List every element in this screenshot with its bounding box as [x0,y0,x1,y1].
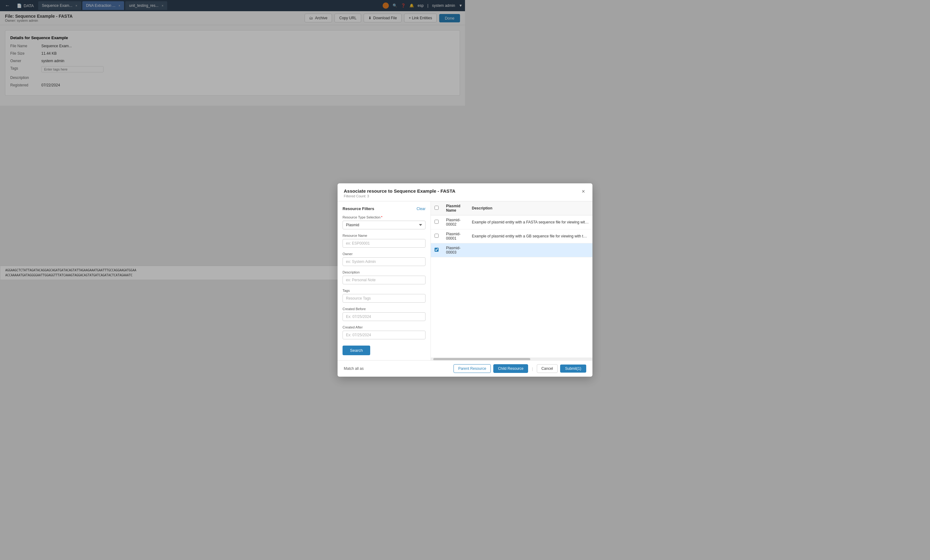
filter-header: Resource Filters Clear [343,206,425,211]
resource-name-label: Resource Name [343,234,425,237]
associate-resource-modal: Associate resource to Sequence Example -… [337,183,465,280]
resource-type-label: Resource Type Selection * [343,215,425,219]
owner-filter-label: Owner [343,252,425,256]
modal-body: Resource Filters Clear Resource Type Sel… [337,202,465,280]
filter-panel: Resource Filters Clear Resource Type Sel… [337,202,431,280]
results-table: Plasmid Name Description Plasmid-00002Ex… [431,202,465,280]
row-checkbox-2[interactable] [434,248,439,252]
row-checkbox-1[interactable] [434,234,439,238]
results-panel: Plasmid Name Description Plasmid-00002Ex… [431,202,465,280]
plasmid-table: Plasmid Name Description Plasmid-00002Ex… [431,202,465,257]
description-filter-group: Description [343,270,425,280]
select-all-col [431,202,442,215]
owner-filter-input[interactable] [343,257,425,266]
plasmid-name-cell: Plasmid-00002 [442,215,465,229]
select-all-checkbox[interactable] [434,206,439,210]
description-filter-input[interactable] [343,275,425,280]
resource-name-input[interactable] [343,239,425,248]
resource-type-select[interactable]: Plasmid Sample Protocol Experiment [343,221,425,229]
table-row: Plasmid-00001Example of plasmid entity w… [431,229,465,243]
description-filter-label: Description [343,270,425,274]
plasmid-name-cell: Plasmid-00003 [442,243,465,257]
plasmid-name-cell: Plasmid-00001 [442,229,465,243]
modal-subtitle: Filtered Count: 3 [344,194,455,198]
table-header-row: Plasmid Name Description [431,202,465,215]
resource-name-group: Resource Name [343,234,425,248]
resource-type-group: Resource Type Selection * Plasmid Sample… [343,215,425,229]
plasmid-name-header: Plasmid Name [442,202,465,215]
modal-header-text: Associate resource to Sequence Example -… [344,188,455,198]
filter-title: Resource Filters [343,206,374,211]
row-checkbox-0[interactable] [434,220,439,224]
required-indicator: * [381,215,382,219]
modal-header: Associate resource to Sequence Example -… [337,183,465,202]
modal-title: Associate resource to Sequence Example -… [344,188,455,194]
owner-filter-group: Owner [343,252,425,266]
table-row: Plasmid-00003 [431,243,465,257]
table-row: Plasmid-00002Example of plasmid entity w… [431,215,465,229]
modal-overlay: Associate resource to Sequence Example -… [0,0,465,280]
clear-filters-link[interactable]: Clear [417,207,425,211]
table-body: Plasmid-00002Example of plasmid entity w… [431,215,465,257]
